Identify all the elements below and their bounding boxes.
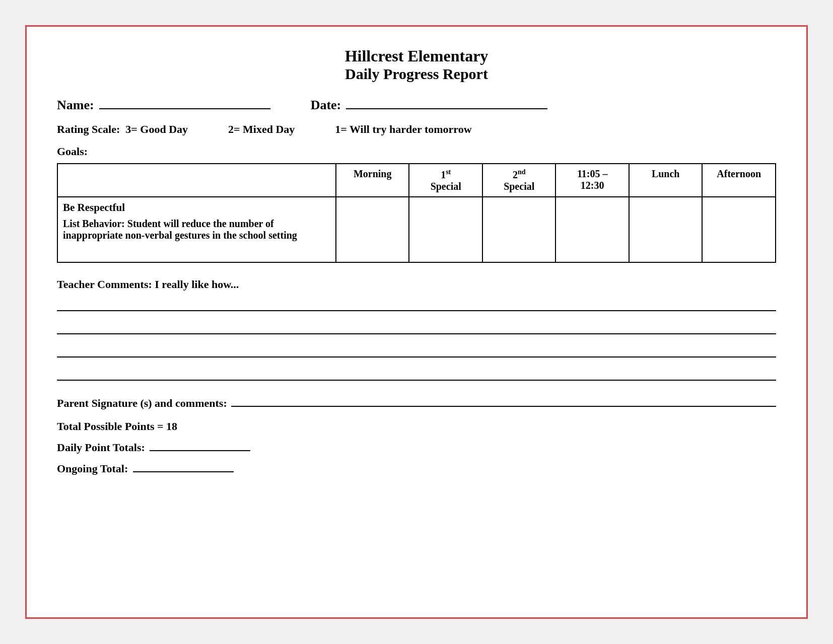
comment-line-3[interactable] xyxy=(57,343,776,357)
goals-label: Goals: xyxy=(57,145,776,158)
daily-point-totals-row: Daily Point Totals: xyxy=(57,441,776,454)
teacher-comments-label: Teacher Comments: I really like how... xyxy=(57,278,776,291)
school-name: Hillcrest Elementary xyxy=(57,47,776,65)
table-header-row: Morning 1stSpecial 2ndSpecial 11:05 – 12… xyxy=(57,164,776,197)
behavior-desc: List Behavior: Student will reduce the n… xyxy=(63,218,330,241)
rating-scale-label: Rating Scale: 3= Good Day xyxy=(57,123,188,136)
parent-signature-row: Parent Signature (s) and comments: xyxy=(57,396,776,410)
total-possible-label: Total Possible Points = 18 xyxy=(57,420,177,433)
comment-line-2[interactable] xyxy=(57,320,776,334)
comment-line-4[interactable] xyxy=(57,367,776,381)
col-header-special1: 1stSpecial xyxy=(409,164,482,197)
afternoon-cell[interactable] xyxy=(702,197,776,262)
ongoing-total-row: Ongoing Total: xyxy=(57,462,776,475)
date-underline[interactable] xyxy=(346,98,547,109)
report-title: Daily Progress Report xyxy=(57,65,776,83)
name-underline[interactable] xyxy=(99,98,270,109)
ongoing-total-underline[interactable] xyxy=(133,462,234,472)
rating-scale-2: 2= Mixed Day xyxy=(228,123,295,136)
daily-point-label: Daily Point Totals: xyxy=(57,441,145,454)
comment-lines xyxy=(57,297,776,381)
daily-point-underline[interactable] xyxy=(150,441,250,451)
date-label: Date: xyxy=(311,98,341,112)
comment-line-1[interactable] xyxy=(57,297,776,311)
col-header-lunch: Lunch xyxy=(629,164,703,197)
progress-table: Morning 1stSpecial 2ndSpecial 11:05 – 12… xyxy=(57,163,776,263)
name-date-row: Name: Date: xyxy=(57,98,776,113)
total-possible-row: Total Possible Points = 18 xyxy=(57,420,776,433)
special2-cell[interactable] xyxy=(482,197,556,262)
col-header-morning: Morning xyxy=(336,164,409,197)
special1-cell[interactable] xyxy=(409,197,482,262)
ongoing-total-label: Ongoing Total: xyxy=(57,462,128,475)
parent-signature-underline[interactable] xyxy=(231,396,776,407)
behavior-title: Be Respectful xyxy=(63,201,330,214)
name-label: Name: xyxy=(57,98,94,112)
table-row: Be Respectful List Behavior: Student wil… xyxy=(57,197,776,262)
time-cell[interactable] xyxy=(556,197,629,262)
parent-signature-label: Parent Signature (s) and comments: xyxy=(57,397,227,410)
rating-scale-row: Rating Scale: 3= Good Day 2= Mixed Day 1… xyxy=(57,123,776,136)
name-field: Name: xyxy=(57,98,270,113)
behavior-cell: Be Respectful List Behavior: Student wil… xyxy=(57,197,336,262)
totals-section: Total Possible Points = 18 Daily Point T… xyxy=(57,420,776,475)
morning-cell[interactable] xyxy=(336,197,409,262)
lunch-cell[interactable] xyxy=(629,197,703,262)
col-header-behavior xyxy=(57,164,336,197)
col-header-time: 11:05 – 12:30 xyxy=(556,164,629,197)
report-page: Hillcrest Elementary Daily Progress Repo… xyxy=(25,25,808,619)
rating-scale-1: 1= Will try harder tomorrow xyxy=(335,123,471,136)
col-header-afternoon: Afternoon xyxy=(702,164,776,197)
col-header-special2: 2ndSpecial xyxy=(482,164,556,197)
report-header: Hillcrest Elementary Daily Progress Repo… xyxy=(57,47,776,83)
date-field: Date: xyxy=(311,98,548,113)
